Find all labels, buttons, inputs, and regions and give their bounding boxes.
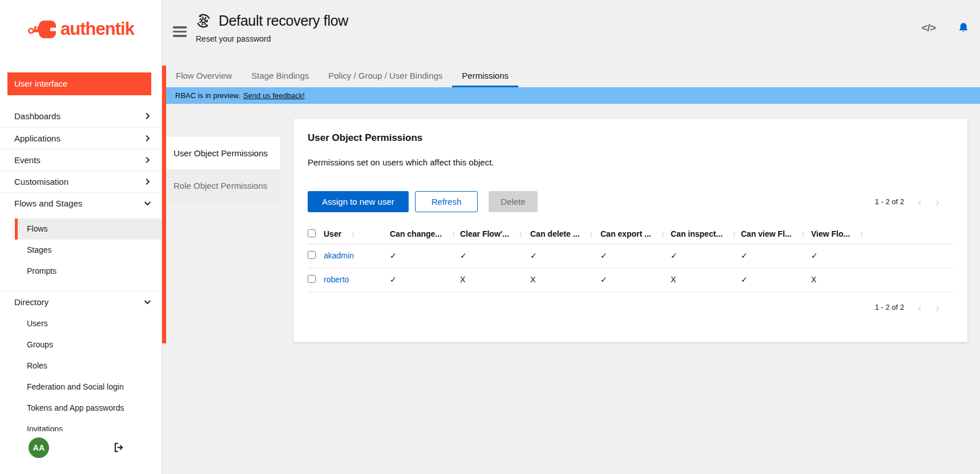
banner-text: RBAC is in preview. (175, 91, 240, 100)
row-checkbox[interactable] (308, 251, 316, 259)
permission-cell: X (530, 268, 600, 291)
sidebar-item-flows[interactable]: Flows (15, 218, 162, 240)
sort-icon[interactable]: ↕ (732, 229, 736, 238)
permission-cell: ✓ (811, 244, 953, 268)
permission-cell: ✓ (530, 244, 600, 268)
sort-icon[interactable]: ↕ (519, 229, 523, 238)
sidebar-accent-strip (162, 66, 166, 343)
assign-to-new-user-button[interactable]: Assign to new user (308, 191, 409, 212)
sidebar-item-label: Federation and Social login (27, 382, 124, 391)
pagination-range: 1 - 2 of 2 (875, 303, 904, 311)
chevron-down-icon (144, 298, 151, 306)
permission-cell: ✓ (600, 268, 671, 291)
sort-icon[interactable]: ↕ (351, 229, 355, 238)
directory-sub-list: Users Groups Roles Federation and Social… (15, 313, 162, 432)
pagination-range: 1 - 2 of 2 (875, 197, 904, 206)
tab-stage-bindings[interactable]: Stage Bindings (241, 66, 318, 87)
sidebar-item-label: Stages (27, 245, 52, 254)
chevron-right-icon (144, 156, 151, 164)
sidebar-item-label: Flows (27, 224, 48, 233)
pagination-bottom: 1 - 2 of 2 ‹ › (308, 301, 953, 313)
tab-label: Role Object Permissions (174, 181, 267, 191)
chevron-right-icon (144, 135, 151, 142)
pagination-next-button[interactable]: › (935, 196, 939, 208)
sidebar-item-flows-and-stages[interactable]: Flows and Stages (0, 192, 162, 214)
sort-icon[interactable]: ↕ (661, 229, 665, 238)
hamburger-menu-icon[interactable] (173, 26, 187, 39)
sidebar-item-users[interactable]: Users (15, 313, 162, 334)
sidebar-item-label: Groups (27, 340, 53, 349)
sidebar-item-tokens[interactable]: Tokens and App passwords (15, 398, 162, 419)
sidebar-item-events[interactable]: Events (0, 149, 162, 171)
pagination-prev-button[interactable]: ‹ (918, 196, 922, 208)
table-row: akadmin ✓ ✓ ✓ ✓ ✓ ✓ ✓ (308, 244, 953, 268)
authentik-logo[interactable]: authentik (0, 0, 162, 58)
tab-role-object-permissions[interactable]: Role Object Permissions (163, 169, 280, 202)
permission-cell: ✓ (600, 244, 671, 268)
sort-icon[interactable]: ↕ (860, 229, 864, 238)
sort-icon[interactable]: ↕ (451, 229, 455, 238)
tab-policy-group-user-bindings[interactable]: Policy / Group / User Bindings (318, 66, 452, 87)
sidebar-item-federation[interactable]: Federation and Social login (15, 376, 162, 398)
chevron-right-icon (144, 178, 151, 185)
delete-button[interactable]: Delete (489, 191, 537, 212)
table-row: roberto ✓ X X ✓ X ✓ X (308, 268, 953, 291)
tab-label: Policy / Group / User Bindings (328, 71, 442, 80)
refresh-button[interactable]: Refresh (415, 191, 478, 212)
permission-cell: ✓ (390, 244, 460, 268)
tab-label: Permissions (462, 71, 509, 80)
sidebar-item-label: Roles (27, 361, 47, 370)
flow-tabs: Flow Overview Stage Bindings Policy / Gr… (163, 66, 980, 87)
permission-cell: X (460, 268, 530, 291)
notification-bell-icon[interactable] (957, 22, 970, 34)
feedback-link[interactable]: Send us feedback! (243, 91, 305, 100)
tab-label: Flow Overview (176, 71, 232, 80)
brand-name: authentik (61, 19, 134, 39)
sidebar-item-label: Prompts (27, 266, 57, 276)
row-checkbox[interactable] (308, 275, 316, 283)
sidebar-item-stages[interactable]: Stages (15, 240, 162, 261)
avatar[interactable]: AA (29, 437, 49, 458)
chevron-down-icon (144, 200, 151, 207)
user-link-roberto[interactable]: roberto (324, 275, 349, 284)
permission-cell: ✓ (671, 244, 741, 268)
sidebar-item-prompts[interactable]: Prompts (15, 261, 162, 282)
flows-sub-list: Flows Stages Prompts (15, 214, 162, 282)
authentik-key-icon (27, 17, 57, 42)
permission-cell: ✓ (741, 268, 811, 291)
tab-flow-overview[interactable]: Flow Overview (166, 66, 241, 87)
column-header-user: User (324, 229, 341, 238)
sidebar-item-groups[interactable]: Groups (15, 334, 162, 355)
column-header-can-inspect: Can inspect... (671, 229, 723, 238)
page-title: Default recovery flow (219, 13, 348, 29)
sidebar-nav: Dashboards Applications Events Customisa… (0, 106, 162, 432)
sidebar-item-dashboards[interactable]: Dashboards (0, 106, 162, 127)
card-heading: User Object Permissions (308, 132, 953, 144)
sidebar-item-applications[interactable]: Applications (0, 127, 162, 149)
api-code-icon[interactable]: </> (922, 22, 935, 34)
page-subtitle: Reset your password (196, 34, 348, 43)
sidebar-item-invitations[interactable]: Invitations (15, 419, 162, 432)
column-header-can-export: Can export ... (600, 229, 651, 238)
pagination-prev-button[interactable]: ‹ (918, 301, 922, 313)
card-toolbar: Assign to new user Refresh Delete 1 - 2 … (308, 191, 953, 212)
sort-icon[interactable]: ↕ (801, 229, 805, 238)
sign-out-icon[interactable] (113, 441, 125, 453)
column-header-can-delete: Can delete ... (530, 229, 579, 238)
pagination-top: 1 - 2 of 2 ‹ › (875, 196, 953, 208)
tab-user-object-permissions[interactable]: User Object Permissions (163, 137, 280, 169)
column-header-view-flow: View Flo... (811, 229, 850, 238)
sidebar-item-customisation[interactable]: Customisation (0, 171, 162, 192)
sort-icon[interactable]: ↕ (589, 229, 593, 238)
tab-label: User Object Permissions (174, 148, 268, 158)
select-all-checkbox[interactable] (308, 229, 316, 237)
pagination-next-button[interactable]: › (935, 301, 939, 313)
flow-process-icon (196, 13, 211, 29)
sidebar-item-user-interface[interactable]: User interface (7, 72, 151, 95)
sidebar-item-roles[interactable]: Roles (15, 355, 162, 376)
tab-permissions[interactable]: Permissions (452, 66, 518, 87)
user-link-akadmin[interactable]: akadmin (324, 251, 354, 260)
sidebar-item-directory[interactable]: Directory (0, 291, 162, 313)
permission-cell: ✓ (741, 244, 811, 268)
sidebar-user-row: AA (0, 431, 162, 464)
